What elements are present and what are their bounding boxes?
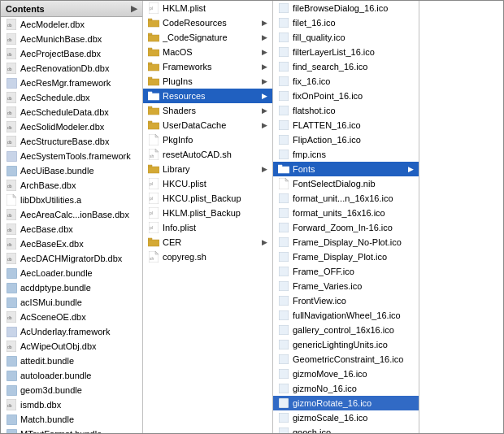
list-item[interactable]: Frame_OFF.ico [273,264,419,279]
list-item[interactable]: Match.bundle [1,412,142,427]
list-item[interactable]: fullNavigationWheel_16.ico [273,308,419,323]
item-label: AecLoader.bundle [20,268,137,278]
list-item[interactable]: Library▶ [143,162,272,176]
list-item[interactable]: fix_16.ico [273,74,419,89]
list-item[interactable]: Shaders▶ [143,103,272,118]
list-item[interactable]: plHKCU.plist [143,176,272,191]
list-item[interactable]: filet_16.ico [273,15,419,30]
list-item[interactable]: AecSystemTools.framework [1,149,142,163]
list-item[interactable]: gallery_control_16x16.ico [273,323,419,337]
list-item[interactable]: UserDataCache▶ [143,118,272,132]
list-item[interactable]: dbAecScheduleData.dbx [1,105,142,119]
list-item[interactable]: acISMui.bundle [1,295,142,310]
list-item[interactable]: Frame_Display_No-Plot.ico [273,235,419,250]
ico-icon [278,383,289,394]
list-item[interactable]: plHKLM.plist_Backup [143,206,272,220]
dbx-icon: db [6,63,17,74]
list-item[interactable]: dbAecMunichBase.dbx [1,32,142,46]
list-item[interactable]: libDbxUtilities.a [1,193,142,207]
list-item[interactable]: Forward_Zoom_In-16.ico [273,220,419,235]
list-item[interactable]: AecResMgr.framework [1,76,142,90]
list-item[interactable]: FontSelectDialog.nib [273,176,419,191]
framework-icon [6,326,17,337]
list-item[interactable]: autoloader.bundle [1,368,142,383]
svg-rect-73 [279,135,289,145]
list-item[interactable]: GeometricConstraint_16.ico [273,352,419,367]
list-item[interactable]: fill_quality.ico [273,30,419,45]
list-item[interactable]: dbAcWipeOutObj.dbx [1,339,142,354]
list-item[interactable]: _CodeSignature▶ [143,30,272,45]
list-item[interactable]: plHKLM.plist [143,1,272,15]
list-item[interactable]: attedit.bundle [1,354,142,368]
item-label: find_search_16.ico [293,62,414,72]
list-item[interactable]: dbAecAreaCalc...ionBase.dbx [1,207,142,222]
item-label: _CodeSignature [163,33,262,42]
list-item[interactable]: dbismdb.dbx [1,397,142,412]
list-item[interactable]: plHKCU.plist_Backup [143,191,272,206]
list-item[interactable]: plInfo.plist [143,220,272,235]
list-item[interactable]: FlipAction_16.ico [273,132,419,147]
list-item[interactable]: dbAecSchedule.dbx [1,90,142,105]
list-item[interactable]: genericLightingUnits.ico [273,337,419,352]
bundle-icon [6,267,17,279]
ico-icon [278,266,289,277]
list-item[interactable]: fixOnPoint_16.ico [273,89,419,103]
list-item[interactable]: Fonts▶ [273,162,419,176]
list-item[interactable]: CER▶ [143,235,272,250]
item-label: HKLM.plist_Backup [163,208,267,218]
list-item[interactable]: dbAecBaseEx.dbx [1,237,142,251]
svg-rect-86 [279,325,289,335]
list-item[interactable]: geom3d.bundle [1,383,142,397]
expand-arrow: ▶ [262,77,267,85]
list-item[interactable]: Frameworks▶ [143,59,272,74]
list-item[interactable]: shresetAutoCAD.sh [143,147,272,162]
svg-rect-68 [279,62,289,72]
list-item[interactable]: gizmoMove_16.ico [273,367,419,381]
list-item[interactable]: gizmoScale_16.ico [273,410,419,425]
list-item[interactable]: flatshot.ico [273,103,419,118]
list-item[interactable]: dbAecBase.dbx [1,222,142,237]
list-item[interactable]: MacOS▶ [143,45,272,59]
list-item[interactable]: PlugIns▶ [143,74,272,89]
list-item[interactable]: fileBrowseDialog_16.ico [273,1,419,15]
list-item[interactable]: AecLoader.bundle [1,266,142,280]
list-item[interactable]: Resources▶ [143,89,272,103]
list-item[interactable]: dbAecDACHMigratorDb.dbx [1,251,142,266]
list-item[interactable]: dbAecStructureBase.dbx [1,134,142,149]
list-item[interactable]: gizmoNo_16.ico [273,381,419,396]
list-item[interactable]: dbAecProjectBase.dbx [1,46,142,61]
list-item[interactable]: AcUnderlay.framework [1,324,142,339]
item-label: AecAreaCalc...ionBase.dbx [20,210,137,219]
list-item[interactable]: gizmoRotate_16.ico [273,396,419,410]
list-item[interactable]: PkgInfo [143,132,272,147]
list-item[interactable]: MTextFormat.bundle [1,427,142,433]
list-item[interactable]: shcopyreg.sh [143,250,272,264]
file-icon [6,194,17,206]
list-item[interactable]: dbAecSolidModeler.dbx [1,119,142,134]
svg-text:pl: pl [150,181,153,186]
list-item[interactable]: AecUiBase.bundle [1,163,142,178]
list-item[interactable]: Frame_Display_Plot.ico [273,250,419,264]
svg-rect-18 [7,166,17,176]
list-item[interactable]: format_unit...n_16x16.ico [273,191,419,206]
list-item[interactable]: format_units_16x16.ico [273,206,419,220]
list-item[interactable]: acddptype.bundle [1,280,142,295]
item-label: AcUnderlay.framework [20,327,137,336]
item-label: libDbxUtilities.a [20,195,137,205]
list-item[interactable]: CodeResources▶ [143,15,272,30]
svg-text:db: db [7,242,12,247]
list-item[interactable]: find_search_16.ico [273,59,419,74]
list-item[interactable]: Frame_Varies.ico [273,279,419,293]
list-item[interactable]: fmp.icns [273,147,419,162]
expand-arrow: ▶ [262,33,267,41]
list-item[interactable]: FrontView.ico [273,293,419,308]
item-label: MacOS [163,47,262,57]
list-item[interactable]: dbArchBase.dbx [1,178,142,193]
svg-rect-72 [279,120,289,130]
list-item[interactable]: FLATTEN_16.ico [273,118,419,132]
list-item[interactable]: dbAecModeler.dbx [1,17,142,32]
list-item[interactable]: gooch.ico [273,425,419,433]
list-item[interactable]: dbAcSceneOE.dbx [1,310,142,324]
list-item[interactable]: dbAecRenovationDb.dbx [1,61,142,76]
list-item[interactable]: filterLayerList_16.ico [273,45,419,59]
